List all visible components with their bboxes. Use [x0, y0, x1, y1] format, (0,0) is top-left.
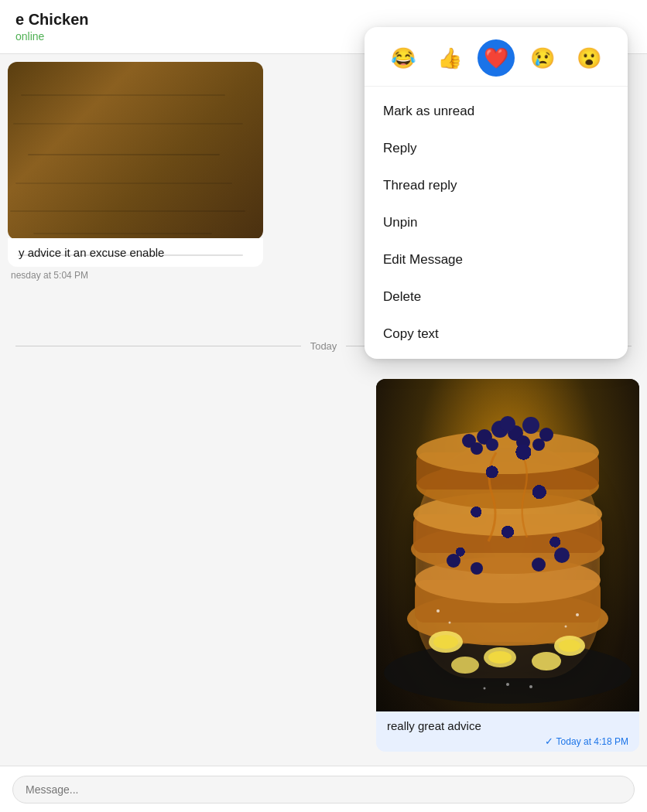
message-left: y advice it an excuse enable nesday at 5… — [8, 62, 263, 281]
divider-line-left — [15, 346, 301, 346]
checkmark-icon: ✓ — [545, 735, 553, 747]
svg-point-36 — [565, 626, 567, 628]
svg-point-32 — [532, 652, 561, 670]
svg-point-18 — [500, 416, 515, 432]
svg-point-12 — [508, 425, 523, 441]
svg-point-3 — [415, 557, 601, 603]
svg-point-39 — [529, 685, 532, 688]
message-image — [8, 62, 263, 240]
message-right: really great advice ✓ Today at 4:18 PM — [376, 379, 639, 752]
menu-item-delete[interactable]: Delete — [365, 278, 628, 316]
chat-title: e Chicken — [15, 11, 88, 29]
svg-rect-5 — [413, 514, 602, 553]
menu-item-copy-text[interactable]: Copy text — [365, 316, 628, 353]
svg-point-20 — [532, 438, 545, 451]
menu-item-mark-unread[interactable]: Mark as unread — [365, 93, 628, 130]
svg-point-37 — [506, 683, 509, 686]
message-time-right: ✓ Today at 4:18 PM — [387, 735, 628, 747]
svg-point-23 — [471, 562, 483, 575]
online-status: online — [15, 30, 88, 43]
svg-point-6 — [413, 493, 602, 536]
message-input[interactable] — [12, 776, 635, 803]
food-svg-overlay — [376, 379, 639, 711]
svg-point-11 — [491, 421, 508, 438]
svg-point-17 — [516, 435, 530, 449]
menu-item-thread-reply[interactable]: Thread reply — [365, 167, 628, 204]
svg-point-24 — [532, 558, 546, 571]
svg-point-38 — [484, 687, 486, 690]
svg-point-31 — [451, 657, 479, 674]
svg-point-13 — [522, 417, 539, 434]
svg-point-33 — [436, 609, 440, 612]
french-toast-image — [376, 379, 639, 711]
svg-point-26 — [433, 635, 458, 649]
svg-point-15 — [539, 428, 553, 442]
svg-point-22 — [554, 548, 570, 563]
emoji-heart[interactable]: ❤️ — [478, 39, 515, 77]
svg-point-4 — [411, 524, 604, 574]
wood-image — [8, 62, 263, 240]
food-image-content — [376, 379, 639, 711]
svg-point-10 — [477, 429, 492, 445]
emoji-laugh[interactable]: 😂 — [385, 39, 422, 77]
menu-item-reply[interactable]: Reply — [365, 130, 628, 167]
svg-point-21 — [447, 554, 460, 568]
svg-rect-2 — [415, 580, 601, 623]
svg-point-19 — [471, 442, 483, 455]
input-bar — [0, 766, 647, 812]
emoji-thumbsup[interactable]: 👍 — [431, 39, 468, 77]
message-text-right: really great advice — [387, 719, 628, 732]
svg-rect-8 — [416, 452, 599, 490]
svg-point-16 — [486, 438, 498, 451]
svg-point-14 — [462, 434, 476, 448]
message-text-bubble-right: really great advice ✓ Today at 4:18 PM — [376, 711, 639, 752]
svg-point-28 — [559, 640, 580, 652]
svg-point-30 — [488, 651, 512, 664]
menu-items-list: Mark as unread Reply Thread reply Unpin … — [365, 87, 628, 359]
wood-texture — [8, 62, 263, 240]
divider-label: Today — [310, 340, 337, 352]
emoji-surprised[interactable]: 😮 — [570, 39, 608, 77]
time-text: Today at 4:18 PM — [556, 736, 628, 747]
svg-point-9 — [416, 431, 599, 474]
svg-point-35 — [576, 613, 579, 616]
emoji-reaction-row: 😂 👍 ❤️ 😢 😮 — [365, 27, 628, 87]
svg-point-7 — [416, 462, 599, 509]
svg-point-34 — [449, 622, 451, 624]
menu-item-edit-message[interactable]: Edit Message — [365, 241, 628, 278]
emoji-sad[interactable]: 😢 — [524, 39, 561, 77]
context-menu: 😂 👍 ❤️ 😢 😮 Mark as unread Reply Thread r… — [365, 27, 628, 359]
menu-item-unpin[interactable]: Unpin — [365, 204, 628, 241]
